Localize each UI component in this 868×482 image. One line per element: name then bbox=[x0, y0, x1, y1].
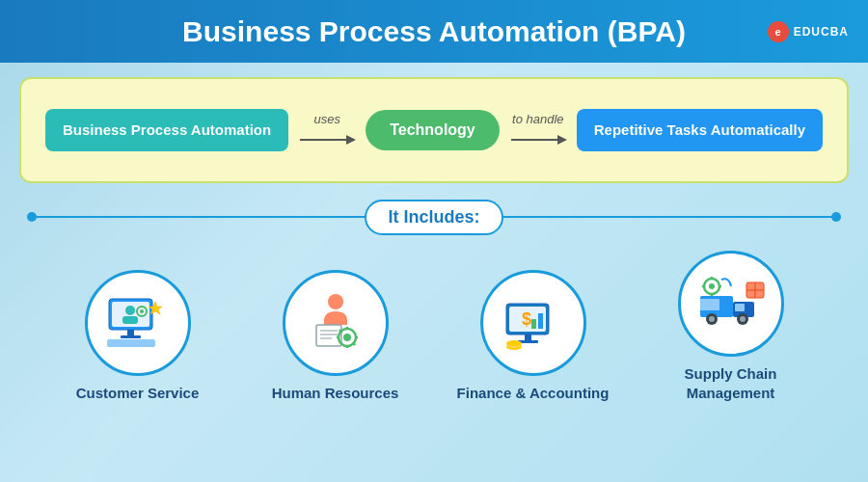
arrow-uses-icon bbox=[298, 130, 356, 149]
card-human-resources: Human Resources bbox=[244, 270, 427, 403]
human-resources-icon bbox=[297, 284, 374, 362]
svg-line-26 bbox=[353, 342, 355, 345]
svg-point-44 bbox=[740, 316, 746, 322]
includes-badge: It Includes: bbox=[365, 200, 502, 235]
includes-section: It Includes: bbox=[19, 198, 849, 236]
main-content: Business Process Automation uses Technol… bbox=[0, 63, 868, 482]
logo-text: EDUCBA bbox=[794, 25, 849, 39]
arrow-tohandle-label: to handle bbox=[512, 112, 564, 126]
svg-rect-30 bbox=[531, 319, 536, 329]
includes-dot-right bbox=[831, 212, 841, 222]
svg-rect-31 bbox=[538, 313, 543, 329]
finance-accounting-label: Finance & Accounting bbox=[457, 384, 610, 403]
flow-box-technology: Technology bbox=[366, 110, 500, 150]
svg-point-20 bbox=[343, 334, 351, 341]
flow-box-bpa: Business Process Automation bbox=[45, 109, 288, 151]
supply-chain-label: Supply Chain Management bbox=[639, 364, 823, 402]
includes-dot-left bbox=[27, 212, 37, 222]
arrow-uses: uses bbox=[288, 112, 366, 149]
svg-point-42 bbox=[709, 316, 715, 322]
svg-point-36 bbox=[506, 340, 522, 346]
svg-marker-3 bbox=[557, 135, 567, 145]
card-finance-accounting: $ Finance & Accounting bbox=[442, 270, 625, 403]
svg-marker-1 bbox=[346, 135, 356, 145]
svg-rect-38 bbox=[700, 299, 719, 310]
customer-service-icon bbox=[99, 284, 176, 362]
card-supply-chain: Supply Chain Management bbox=[639, 251, 823, 402]
finance-accounting-icon: $ bbox=[495, 284, 572, 362]
human-resources-label: Human Resources bbox=[272, 384, 399, 403]
svg-rect-12 bbox=[107, 339, 155, 347]
main-container: Business Process Automation (BPA) e EDUC… bbox=[0, 0, 868, 482]
arrow-uses-label: uses bbox=[313, 112, 339, 126]
svg-point-46 bbox=[709, 283, 715, 289]
svg-rect-11 bbox=[121, 335, 141, 338]
card-customer-service: Customer Service bbox=[46, 270, 230, 403]
logo: e EDUCBA bbox=[768, 21, 849, 42]
svg-rect-7 bbox=[122, 316, 138, 324]
svg-point-14 bbox=[328, 294, 343, 309]
supply-chain-icon bbox=[692, 265, 770, 342]
flow-box-repetitive: Repetitive Tasks Automatically bbox=[577, 109, 823, 151]
svg-point-6 bbox=[125, 306, 135, 315]
supply-chain-circle bbox=[678, 251, 784, 357]
header: Business Process Automation (BPA) e EDUC… bbox=[0, 0, 868, 63]
svg-rect-40 bbox=[735, 304, 745, 311]
arrow-tohandle-icon bbox=[509, 130, 567, 149]
svg-rect-10 bbox=[127, 330, 134, 335]
customer-service-label: Customer Service bbox=[76, 384, 200, 403]
finance-accounting-circle: $ bbox=[480, 270, 586, 376]
logo-icon: e bbox=[768, 21, 789, 42]
svg-rect-32 bbox=[525, 335, 531, 340]
svg-line-25 bbox=[339, 330, 341, 333]
customer-service-circle bbox=[85, 270, 191, 376]
svg-point-9 bbox=[140, 309, 144, 313]
arrow-tohandle: to handle bbox=[500, 112, 577, 149]
flow-section: Business Process Automation uses Technol… bbox=[19, 77, 849, 183]
cards-section: Customer Service bbox=[19, 251, 849, 407]
page-title: Business Process Automation (BPA) bbox=[182, 15, 686, 48]
human-resources-circle bbox=[283, 270, 389, 376]
svg-text:$: $ bbox=[522, 309, 531, 329]
